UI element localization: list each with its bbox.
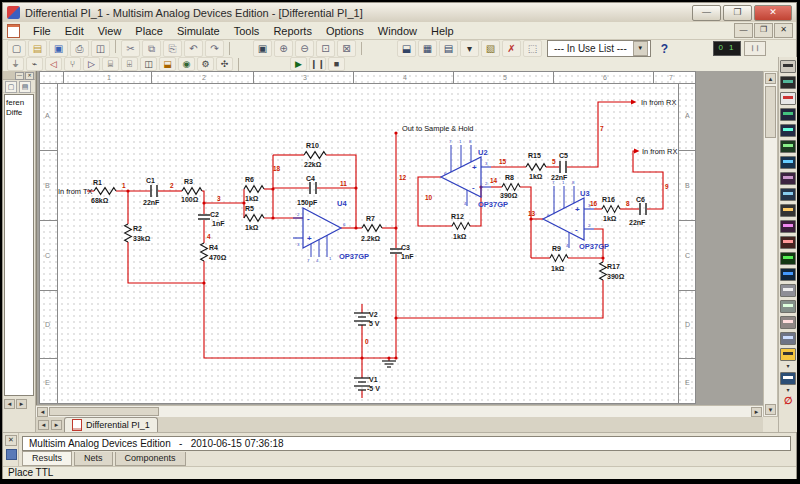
wattmeter-icon[interactable]: [780, 92, 796, 105]
design-toolbox-item[interactable]: Diffe: [5, 108, 33, 118]
four-channel-oscilloscope-icon[interactable]: [780, 124, 796, 137]
panel-scroll-right-button[interactable]: ►: [16, 399, 27, 409]
simulation-switch[interactable]: 0 1: [713, 41, 741, 56]
zoom-in-button[interactable]: ⊕: [274, 40, 293, 57]
network-analyzer-icon[interactable]: [780, 268, 796, 281]
component-R1[interactable]: [94, 188, 116, 195]
zoom-fit-button[interactable]: ⊠: [337, 40, 356, 57]
oscilloscope-icon[interactable]: [780, 108, 796, 121]
spreadsheet-tab-components[interactable]: Components: [115, 452, 186, 466]
tab-scroll-left-button[interactable]: ◄: [38, 420, 49, 430]
titlebar[interactable]: Differential PI_1 - Multisim Analog Devi…: [3, 3, 796, 22]
place-indicator-button[interactable]: ◉: [178, 57, 195, 71]
component-R12[interactable]: [452, 223, 470, 230]
component-R15[interactable]: [526, 164, 546, 171]
help-button[interactable]: ?: [655, 42, 674, 56]
component-R16[interactable]: [602, 206, 620, 213]
spreadsheet-tab-results[interactable]: Results: [22, 451, 72, 466]
component-R8[interactable]: [502, 184, 520, 191]
offpage-arrow-icon[interactable]: [634, 148, 640, 153]
scroll-down-button[interactable]: ▼: [765, 404, 776, 415]
simulation-pause-switch[interactable]: ❙❙: [744, 41, 766, 56]
undo-button[interactable]: ↶: [184, 40, 203, 57]
menu-help[interactable]: Help: [424, 24, 461, 38]
new-button[interactable]: ▢: [7, 40, 26, 57]
place-electromechanical-button[interactable]: ✣: [216, 57, 233, 71]
design-toolbox-list[interactable]: ferenDiffe: [4, 94, 34, 396]
panel-scroll-left-button[interactable]: ◄: [4, 399, 15, 409]
scroll-right-button[interactable]: ►: [751, 407, 762, 417]
wire[interactable]: [326, 155, 356, 228]
close-button[interactable]: ✕: [754, 5, 792, 21]
run-button[interactable]: ▶: [290, 57, 307, 71]
component-R10[interactable]: [304, 152, 326, 159]
place-ttl-button[interactable]: ⌸: [102, 57, 119, 71]
labview-instruments-dropdown-icon[interactable]: ▾: [786, 364, 789, 369]
frequency-counter-icon[interactable]: [780, 156, 796, 169]
wire[interactable]: [418, 177, 452, 226]
place-cmos-button[interactable]: ⌹: [121, 57, 138, 71]
labview-instruments-icon[interactable]: [780, 348, 796, 361]
spreadsheet-view-button[interactable]: ▦: [418, 40, 437, 57]
horizontal-scrollbar[interactable]: ◄ ►: [36, 405, 763, 417]
component-R3[interactable]: [182, 188, 202, 195]
panel-close-button[interactable]: ✕: [25, 72, 34, 80]
bode-plotter-icon[interactable]: [780, 140, 796, 153]
wire[interactable]: [567, 102, 631, 167]
component-R2[interactable]: [125, 224, 132, 242]
open-schematic-icon[interactable]: ▤: [19, 81, 31, 93]
mdi-close-button[interactable]: ✕: [774, 23, 793, 38]
place-misc-button[interactable]: ⚙: [197, 57, 214, 71]
iv-analyzer-icon[interactable]: [780, 220, 796, 233]
zoom-area-button[interactable]: ⊡: [316, 40, 335, 57]
pause-button[interactable]: ❙❙: [309, 57, 326, 71]
design-toolbox-item[interactable]: feren: [5, 98, 33, 108]
minimize-button[interactable]: —: [692, 5, 721, 21]
combo-dropdown-icon[interactable]: ▾: [633, 41, 648, 56]
agilent-oscilloscope-icon[interactable]: [780, 316, 796, 329]
open-button[interactable]: ▤: [28, 40, 47, 57]
copy-button[interactable]: ⧉: [142, 40, 161, 57]
menu-tools[interactable]: Tools: [227, 24, 267, 38]
menu-reports[interactable]: Reports: [266, 24, 319, 38]
spreadsheet-close-button[interactable]: ✕: [5, 435, 17, 446]
place-basic-button[interactable]: ⌁: [26, 57, 43, 71]
wire[interactable]: [396, 280, 603, 318]
place-mixed-button[interactable]: ⬓: [159, 57, 176, 71]
ni-elvis-icon[interactable]: [780, 372, 796, 385]
design-toolbox-header[interactable]: — ✕: [3, 71, 35, 80]
menu-edit[interactable]: Edit: [58, 24, 91, 38]
scroll-left-button[interactable]: ◄: [37, 407, 48, 417]
paste-button[interactable]: ⎘: [163, 40, 182, 57]
erc-button[interactable]: ✗: [502, 40, 521, 57]
place-source-button[interactable]: ⏚: [7, 57, 24, 71]
offpage-arrow-icon[interactable]: [631, 99, 637, 104]
place-analog-button[interactable]: ▷: [83, 57, 100, 71]
multimeter-icon[interactable]: [780, 60, 796, 73]
current-clamp-icon[interactable]: ∅: [784, 396, 793, 405]
spreadsheet-tab-nets[interactable]: Nets: [74, 452, 113, 466]
design-toolbox-button[interactable]: ⬓: [397, 40, 416, 57]
stop-button[interactable]: ■: [328, 57, 345, 71]
horizontal-scroll-thumb[interactable]: [49, 407, 159, 416]
menu-view[interactable]: View: [91, 24, 129, 38]
component-R17[interactable]: [600, 262, 607, 280]
place-misc-digital-button[interactable]: ◫: [140, 57, 157, 71]
place-diode-button[interactable]: ◁: [45, 57, 62, 71]
schematic-workspace[interactable]: 1234567AABBCCDDEER168kΩR3100ΩR61kΩR51kΩR…: [36, 71, 763, 405]
print-preview-button[interactable]: ◫: [91, 40, 110, 57]
logic-converter-icon[interactable]: [780, 204, 796, 217]
component-R9[interactable]: [550, 255, 568, 262]
sheet-tab-differential-pi-1[interactable]: Differential PI_1: [64, 417, 158, 432]
menu-options[interactable]: Options: [319, 24, 371, 38]
dropdown-arrow[interactable]: ▾: [460, 40, 479, 57]
zoom-full-button[interactable]: ▣: [253, 40, 272, 57]
component-R7[interactable]: [362, 225, 382, 232]
mdi-restore-button[interactable]: ❐: [754, 23, 773, 38]
function-generator-icon[interactable]: [780, 76, 796, 89]
menu-file[interactable]: File: [26, 24, 58, 38]
database-button[interactable]: ▤: [439, 40, 458, 57]
breadboard-button[interactable]: ▧: [481, 40, 500, 57]
zoom-out-button[interactable]: ⊖: [295, 40, 314, 57]
logic-analyzer-icon[interactable]: [780, 188, 796, 201]
